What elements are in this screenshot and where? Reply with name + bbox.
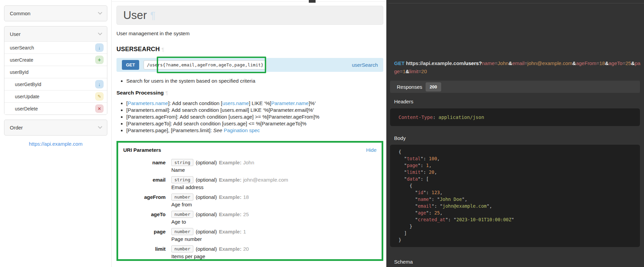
endpoint-row: GET /users{?name,email,ageFrom,ageTo,pag… <box>116 58 383 72</box>
responses-label: Responses <box>397 84 422 90</box>
parameter-type-badge: number <box>171 245 193 252</box>
action-name-link[interactable]: userSearch <box>352 62 378 68</box>
sidebar-section-label: Common <box>10 11 30 16</box>
base-url-link[interactable]: https://api.example.com <box>0 141 111 147</box>
parameter-example-label: Example: <box>219 177 242 183</box>
uri-parameter-row: pagenumber(optional)Example:1Page number <box>118 228 382 242</box>
uri-parameters-title: URI Parameters <box>123 147 161 153</box>
parameter-description: Name <box>171 167 254 173</box>
parameter-optional: (optional) <box>196 160 217 165</box>
response-headers-code: Content-Type: application/json <box>390 108 640 126</box>
parameter-description: Items per page <box>171 253 249 260</box>
search-processing-bullet: [Parameters.page], [Parameters.limit]: S… <box>126 127 383 134</box>
parameter-type-badge: number <box>171 228 193 235</box>
action-summary-list: Search for users in the system based on … <box>116 78 383 84</box>
search-processing-bullet: [Parameters.name]: Add search condition … <box>126 100 383 107</box>
parameter-type-badge: number <box>171 211 193 218</box>
parameter-example-value: 1 <box>243 229 246 234</box>
sidebar-section-order[interactable]: Order <box>4 120 107 136</box>
search-processing-bullet: [Parameters.ageFrom]: Add search conditi… <box>126 114 383 120</box>
pilcrow-anchor-icon: ¶ <box>150 10 156 21</box>
parameter-example-label: Example: <box>219 211 242 217</box>
divider <box>112 1 386 2</box>
sidebar-item[interactable]: userGetById↓ <box>4 78 107 90</box>
parameter-description: Age to <box>171 219 249 225</box>
chevron-down-icon <box>98 124 102 129</box>
page-title: User <box>123 9 147 22</box>
sidebar-section-common[interactable]: Common <box>4 5 107 21</box>
parameters-name-link[interactable]: Parameters.name <box>128 100 168 106</box>
sidebar-section-label: Order <box>10 125 23 130</box>
sidebar-section-user-header[interactable]: User <box>4 26 107 41</box>
pilcrow-anchor-icon: ¶ <box>166 90 168 96</box>
pencil-icon: ✎ <box>95 92 104 101</box>
uri-parameter-row: limitnumber(optional)Example:20Items per… <box>118 245 382 260</box>
resource-description: User management in the system <box>116 30 383 37</box>
sidebar-item[interactable]: userById <box>4 66 107 78</box>
search-processing-heading: Search Processing¶ <box>116 89 383 96</box>
parameter-description: Email address <box>171 184 288 190</box>
uri-parameter-row: ageTonumber(optional)Example:25Age to <box>118 210 382 225</box>
parameter-type-badge: number <box>171 193 193 201</box>
parameter-optional: (optional) <box>196 211 217 217</box>
download-icon: ↓ <box>95 80 104 88</box>
parameter-optional: (optional) <box>196 229 217 234</box>
sidebar-item[interactable]: userCreate+ <box>4 54 107 66</box>
parameter-name: email <box>118 176 166 190</box>
hide-parameters-link[interactable]: Hide <box>366 147 377 153</box>
parameter-example-value: 20 <box>243 246 249 252</box>
uri-parameter-row: ageFromnumber(optional)Example:18Age fro… <box>118 193 382 208</box>
schema-label: Schema <box>394 259 413 265</box>
responses-bar: Responses 200 <box>390 81 640 93</box>
parameter-name-link[interactable]: Parameter.name <box>271 100 309 106</box>
parameter-optional: (optional) <box>196 177 217 183</box>
parameter-name: ageTo <box>118 210 166 225</box>
endpoints-sidebar: Common User userSearch↓userCreate+userBy… <box>0 0 112 267</box>
parameter-example-value: 18 <box>243 194 249 200</box>
parameter-example-value: john@example.com <box>243 177 288 183</box>
divider <box>388 3 644 3</box>
parameter-name: page <box>118 228 166 242</box>
documentation-pane: User ¶ User management in the system USE… <box>112 0 386 267</box>
sidebar-item[interactable]: userSearch↓ <box>4 41 107 54</box>
resource-title-box: User ¶ <box>116 6 383 25</box>
search-processing-list: [Parameters.name]: Add search condition … <box>116 100 383 134</box>
parameter-name: name <box>118 159 166 173</box>
sidebar-section-label: User <box>10 31 21 37</box>
request-url: GET https://api.example.com/users?name=J… <box>394 59 641 76</box>
download-icon: ↓ <box>95 43 104 52</box>
sidebar-item[interactable]: userUpdate✎ <box>4 90 107 102</box>
parameter-description: Age from <box>171 202 249 208</box>
sidebar-section-user: User userSearch↓userCreate+userByIduserG… <box>4 26 107 115</box>
chevron-down-icon <box>98 10 102 15</box>
parameter-optional: (optional) <box>196 246 217 252</box>
uri-template: /users{?name,email,ageFrom,ageTo,page,li… <box>144 60 267 69</box>
plus-icon: + <box>95 56 104 64</box>
action-heading: USERSEARCH¶ <box>116 46 383 53</box>
uri-parameter-row: emailstring(optional)Example:john@exampl… <box>118 176 382 190</box>
parameter-example-value: John <box>243 160 254 165</box>
search-processing-bullet: [Parameters.email]: Add search condition… <box>126 107 383 114</box>
summary-bullet: Search for users in the system based on … <box>126 78 383 84</box>
pagination-spec-link[interactable]: Pagination spec <box>224 127 260 133</box>
http-method-badge: GET <box>122 60 139 70</box>
search-processing-bullet: [Parameters.ageTo]: Add search condition… <box>126 120 383 127</box>
parameter-optional: (optional) <box>196 194 217 200</box>
dark-notch-decoration <box>309 0 316 3</box>
status-code-tab[interactable]: 200 <box>426 82 441 91</box>
pilcrow-anchor-icon: ¶ <box>162 46 164 52</box>
parameter-name: ageFrom <box>118 193 166 208</box>
sidebar-item[interactable]: userDelete✕ <box>4 102 107 115</box>
uri-parameter-row: namestring(optional)Example:JohnName <box>118 159 382 173</box>
response-console-panel: GET https://api.example.com/users?name=J… <box>386 0 644 267</box>
parameter-example-label: Example: <box>219 194 242 200</box>
parameter-name: limit <box>118 245 166 260</box>
chevron-down-icon <box>98 31 102 35</box>
parameter-example-label: Example: <box>219 246 242 252</box>
uri-parameters-panel: URI Parameters Hide namestring(optional)… <box>116 141 383 261</box>
users-name-link[interactable]: users.name <box>222 100 249 106</box>
parameter-description: Page number <box>171 236 246 242</box>
delete-icon: ✕ <box>95 104 104 113</box>
body-label: Body <box>394 135 406 141</box>
response-body-code: { "total": 100, "page": 1, "limit": 20, … <box>390 145 640 247</box>
